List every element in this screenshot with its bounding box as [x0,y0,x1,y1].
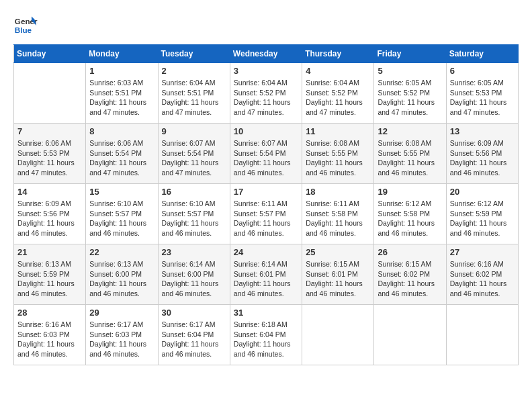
calendar-cell: 2Sunrise: 6:04 AMSunset: 5:51 PMDaylight… [158,63,230,124]
calendar-cell: 30Sunrise: 6:17 AMSunset: 6:04 PMDayligh… [158,305,230,365]
day-info: Sunrise: 6:05 AMSunset: 5:53 PMDaylight:… [450,78,515,118]
calendar-cell: 26Sunrise: 6:15 AMSunset: 6:02 PMDayligh… [374,244,446,305]
day-info: Sunrise: 6:07 AMSunset: 5:54 PMDaylight:… [162,138,226,178]
day-info: Sunrise: 6:13 AMSunset: 5:59 PMDaylight:… [17,259,82,299]
day-number: 13 [450,126,515,136]
week-row-4: 21Sunrise: 6:13 AMSunset: 5:59 PMDayligh… [14,244,519,305]
week-row-2: 7Sunrise: 6:06 AMSunset: 5:53 PMDaylight… [14,124,519,184]
day-number: 27 [450,247,515,257]
day-number: 8 [89,126,154,136]
calendar-cell: 20Sunrise: 6:12 AMSunset: 5:59 PMDayligh… [446,184,518,244]
day-info: Sunrise: 6:07 AMSunset: 5:54 PMDaylight:… [234,138,298,178]
calendar-cell: 21Sunrise: 6:13 AMSunset: 5:59 PMDayligh… [14,244,86,305]
week-row-3: 14Sunrise: 6:09 AMSunset: 5:56 PMDayligh… [14,184,519,244]
day-number: 24 [234,247,298,257]
logo: General Blue [13,13,38,38]
day-info: Sunrise: 6:09 AMSunset: 5:56 PMDaylight:… [450,138,515,178]
day-number: 11 [306,126,370,136]
calendar-cell: 10Sunrise: 6:07 AMSunset: 5:54 PMDayligh… [230,124,302,184]
calendar-table: SundayMondayTuesdayWednesdayThursdayFrid… [13,44,519,365]
day-info: Sunrise: 6:11 AMSunset: 5:58 PMDaylight:… [306,199,370,238]
day-number: 30 [162,308,226,318]
day-info: Sunrise: 6:11 AMSunset: 5:57 PMDaylight:… [234,199,298,238]
calendar-cell: 1Sunrise: 6:03 AMSunset: 5:51 PMDaylight… [86,63,158,124]
calendar-cell: 27Sunrise: 6:16 AMSunset: 6:02 PMDayligh… [446,244,518,305]
day-number: 6 [450,66,515,76]
day-number: 25 [306,247,370,257]
day-info: Sunrise: 6:08 AMSunset: 5:55 PMDaylight:… [306,138,370,178]
day-info: Sunrise: 6:15 AMSunset: 6:02 PMDaylight:… [378,259,442,299]
day-number: 4 [306,66,370,76]
calendar-cell: 19Sunrise: 6:12 AMSunset: 5:58 PMDayligh… [374,184,446,244]
day-info: Sunrise: 6:06 AMSunset: 5:54 PMDaylight:… [89,138,154,178]
header-day-thursday: Thursday [302,45,374,63]
calendar-cell: 25Sunrise: 6:15 AMSunset: 6:01 PMDayligh… [302,244,374,305]
calendar-cell: 15Sunrise: 6:10 AMSunset: 5:57 PMDayligh… [86,184,158,244]
day-number: 17 [234,187,298,197]
day-number: 26 [378,247,442,257]
day-info: Sunrise: 6:04 AMSunset: 5:52 PMDaylight:… [234,78,298,118]
calendar-cell: 8Sunrise: 6:06 AMSunset: 5:54 PMDaylight… [86,124,158,184]
day-info: Sunrise: 6:16 AMSunset: 6:02 PMDaylight:… [450,259,515,299]
calendar-cell [446,305,518,365]
page-header: General Blue [13,13,519,38]
day-info: Sunrise: 6:15 AMSunset: 6:01 PMDaylight:… [306,259,370,299]
calendar-cell [374,305,446,365]
calendar-cell: 22Sunrise: 6:13 AMSunset: 6:00 PMDayligh… [86,244,158,305]
day-number: 29 [89,308,154,318]
week-row-5: 28Sunrise: 6:16 AMSunset: 6:03 PMDayligh… [14,305,519,365]
calendar-cell: 4Sunrise: 6:04 AMSunset: 5:52 PMDaylight… [302,63,374,124]
calendar-cell [302,305,374,365]
calendar-cell [14,63,86,124]
day-info: Sunrise: 6:12 AMSunset: 5:58 PMDaylight:… [378,199,442,238]
logo-icon: General Blue [13,13,38,38]
header-day-sunday: Sunday [14,45,86,63]
day-number: 21 [17,247,82,257]
day-number: 3 [234,66,298,76]
calendar-cell: 16Sunrise: 6:10 AMSunset: 5:57 PMDayligh… [158,184,230,244]
day-number: 2 [162,66,226,76]
day-number: 22 [89,247,154,257]
day-number: 7 [17,126,82,136]
header-day-monday: Monday [86,45,158,63]
day-number: 28 [17,308,82,318]
day-info: Sunrise: 6:06 AMSunset: 5:53 PMDaylight:… [17,138,82,178]
calendar-cell: 18Sunrise: 6:11 AMSunset: 5:58 PMDayligh… [302,184,374,244]
calendar-cell: 29Sunrise: 6:17 AMSunset: 6:03 PMDayligh… [86,305,158,365]
calendar-cell: 11Sunrise: 6:08 AMSunset: 5:55 PMDayligh… [302,124,374,184]
day-number: 20 [450,187,515,197]
calendar-cell: 24Sunrise: 6:14 AMSunset: 6:01 PMDayligh… [230,244,302,305]
calendar-cell: 6Sunrise: 6:05 AMSunset: 5:53 PMDaylight… [446,63,518,124]
calendar-cell: 23Sunrise: 6:14 AMSunset: 6:00 PMDayligh… [158,244,230,305]
day-info: Sunrise: 6:03 AMSunset: 5:51 PMDaylight:… [89,78,154,118]
day-info: Sunrise: 6:16 AMSunset: 6:03 PMDaylight:… [17,320,82,359]
calendar-cell: 31Sunrise: 6:18 AMSunset: 6:04 PMDayligh… [230,305,302,365]
day-number: 16 [162,187,226,197]
day-info: Sunrise: 6:05 AMSunset: 5:52 PMDaylight:… [378,78,442,118]
day-number: 18 [306,187,370,197]
day-info: Sunrise: 6:14 AMSunset: 6:00 PMDaylight:… [162,259,226,299]
day-info: Sunrise: 6:14 AMSunset: 6:01 PMDaylight:… [234,259,298,299]
day-info: Sunrise: 6:13 AMSunset: 6:00 PMDaylight:… [89,259,154,299]
day-info: Sunrise: 6:08 AMSunset: 5:55 PMDaylight:… [378,138,442,178]
day-number: 10 [234,126,298,136]
day-number: 15 [89,187,154,197]
day-info: Sunrise: 6:17 AMSunset: 6:03 PMDaylight:… [89,320,154,359]
day-number: 1 [89,66,154,76]
day-info: Sunrise: 6:04 AMSunset: 5:52 PMDaylight:… [306,78,370,118]
day-number: 9 [162,126,226,136]
calendar-cell: 14Sunrise: 6:09 AMSunset: 5:56 PMDayligh… [14,184,86,244]
day-number: 5 [378,66,442,76]
week-row-1: 1Sunrise: 6:03 AMSunset: 5:51 PMDaylight… [14,63,519,124]
day-number: 12 [378,126,442,136]
calendar-cell: 5Sunrise: 6:05 AMSunset: 5:52 PMDaylight… [374,63,446,124]
header-day-saturday: Saturday [446,45,518,63]
header-day-wednesday: Wednesday [230,45,302,63]
calendar-cell: 17Sunrise: 6:11 AMSunset: 5:57 PMDayligh… [230,184,302,244]
day-info: Sunrise: 6:17 AMSunset: 6:04 PMDaylight:… [162,320,226,359]
day-info: Sunrise: 6:18 AMSunset: 6:04 PMDaylight:… [234,320,298,359]
day-number: 23 [162,247,226,257]
svg-text:Blue: Blue [15,26,32,34]
day-number: 14 [17,187,82,197]
calendar-cell: 12Sunrise: 6:08 AMSunset: 5:55 PMDayligh… [374,124,446,184]
